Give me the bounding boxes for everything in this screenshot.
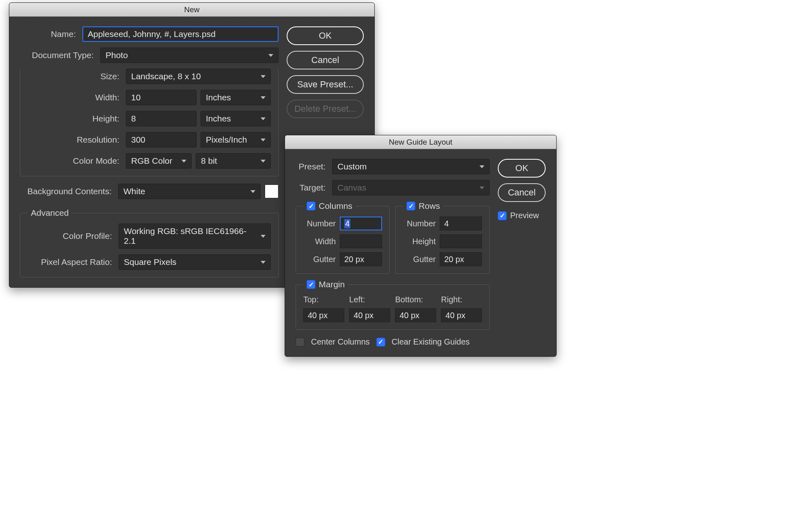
- rows-number-input[interactable]: 4: [440, 217, 482, 230]
- height-label: Height:: [28, 114, 122, 124]
- preset-label: Preset:: [296, 162, 328, 171]
- chevron-down-icon: [479, 165, 484, 168]
- margin-top-label: Top:: [303, 295, 344, 304]
- width-input[interactable]: 10: [126, 90, 197, 105]
- columns-width-label: Width: [303, 237, 336, 246]
- margin-legend: Margin: [319, 280, 345, 289]
- height-unit-select[interactable]: Inches: [201, 111, 271, 126]
- color-mode-label: Color Mode:: [28, 156, 122, 166]
- chevron-down-icon: [268, 54, 273, 57]
- document-type-select[interactable]: Photo: [100, 48, 279, 63]
- delete-preset-button: Delete Preset...: [287, 100, 364, 118]
- advanced-legend: Advanced: [28, 208, 72, 218]
- resolution-unit-select[interactable]: Pixels/Inch: [201, 132, 271, 147]
- cancel-button[interactable]: Cancel: [287, 51, 364, 69]
- margin-right-input[interactable]: 40 px: [441, 308, 482, 322]
- new-guide-layout-dialog: New Guide Layout Preset: Custom Target: …: [285, 135, 557, 357]
- chevron-down-icon: [261, 75, 266, 78]
- center-columns-label: Center Columns: [311, 337, 370, 347]
- chevron-down-icon: [251, 190, 255, 193]
- margin-bottom-label: Bottom:: [395, 295, 436, 304]
- chevron-down-icon: [261, 117, 266, 120]
- height-input[interactable]: 8: [126, 111, 197, 126]
- columns-number-input[interactable]: 4: [340, 217, 382, 230]
- color-profile-select[interactable]: Working RGB: sRGB IEC61966-2.1: [119, 223, 271, 249]
- margin-top-input[interactable]: 40 px: [303, 308, 344, 322]
- chevron-down-icon: [261, 261, 266, 264]
- background-color-swatch[interactable]: [265, 184, 279, 198]
- columns-checkbox[interactable]: ✓: [307, 202, 315, 210]
- dialog-title: New Guide Layout: [285, 135, 556, 149]
- margin-right-label: Right:: [441, 295, 482, 304]
- preview-checkbox[interactable]: ✓: [498, 211, 507, 220]
- target-select: Canvas: [332, 180, 490, 195]
- preview-label: Preview: [510, 211, 539, 220]
- columns-legend: Columns: [319, 201, 352, 211]
- margin-left-label: Left:: [349, 295, 390, 304]
- width-unit-select[interactable]: Inches: [201, 90, 271, 105]
- chevron-down-icon: [261, 235, 266, 238]
- resolution-input[interactable]: 300: [126, 132, 197, 147]
- rows-checkbox[interactable]: ✓: [406, 202, 415, 210]
- chevron-down-icon: [479, 187, 484, 189]
- ok-button[interactable]: OK: [287, 26, 364, 45]
- rows-height-input[interactable]: [440, 234, 482, 248]
- width-label: Width:: [28, 93, 122, 102]
- rows-legend: Rows: [419, 201, 440, 211]
- chevron-down-icon: [261, 96, 266, 99]
- rows-gutter-input[interactable]: 20 px: [440, 252, 482, 266]
- margin-bottom-input[interactable]: 40 px: [395, 308, 436, 322]
- margin-checkbox[interactable]: ✓: [307, 280, 315, 289]
- resolution-label: Resolution:: [28, 135, 122, 145]
- size-label: Size:: [28, 72, 122, 81]
- chevron-down-icon: [181, 160, 186, 163]
- target-label: Target:: [296, 183, 328, 193]
- cancel-button[interactable]: Cancel: [498, 183, 546, 202]
- rows-height-label: Height: [403, 237, 436, 246]
- preset-select[interactable]: Custom: [332, 159, 490, 174]
- chevron-down-icon: [261, 160, 266, 163]
- pixel-aspect-ratio-select[interactable]: Square Pixels: [119, 254, 271, 270]
- name-label: Name:: [20, 29, 78, 39]
- ok-button[interactable]: OK: [498, 159, 546, 178]
- name-input[interactable]: Appleseed, Johnny, #, Layers.psd: [82, 26, 279, 42]
- color-profile-label: Color Profile:: [28, 231, 114, 241]
- columns-number-label: Number: [303, 219, 336, 228]
- document-type-label: Document Type:: [20, 50, 96, 60]
- save-preset-button[interactable]: Save Preset...: [287, 75, 364, 94]
- size-select[interactable]: Landscape, 8 x 10: [126, 69, 271, 84]
- pixel-aspect-ratio-label: Pixel Aspect Ratio:: [28, 257, 114, 267]
- columns-gutter-input[interactable]: 20 px: [340, 252, 382, 266]
- columns-gutter-label: Gutter: [303, 255, 336, 264]
- clear-existing-guides-label: Clear Existing Guides: [392, 337, 470, 347]
- bit-depth-select[interactable]: 8 bit: [196, 153, 271, 169]
- background-contents-select[interactable]: White: [118, 184, 261, 199]
- dialog-title: New: [9, 3, 374, 17]
- margin-left-input[interactable]: 40 px: [349, 308, 390, 322]
- rows-number-label: Number: [403, 219, 436, 228]
- color-mode-select[interactable]: RGB Color: [126, 153, 192, 169]
- center-columns-checkbox[interactable]: ✓: [296, 338, 304, 347]
- chevron-down-icon: [261, 139, 266, 141]
- rows-gutter-label: Gutter: [403, 255, 436, 264]
- columns-width-input[interactable]: [340, 234, 382, 248]
- background-contents-label: Background Contents:: [20, 187, 114, 196]
- clear-existing-guides-checkbox[interactable]: ✓: [376, 338, 385, 347]
